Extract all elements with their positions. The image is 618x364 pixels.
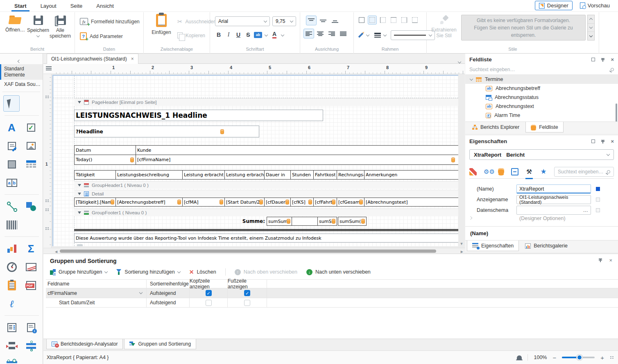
tool-cross-band-box[interactable]	[2, 355, 21, 364]
underline-button[interactable]: U	[234, 30, 243, 39]
document-tab-close-icon[interactable]: ×	[131, 56, 134, 62]
band-resize-grip[interactable]	[45, 208, 49, 211]
kunde-header-cell[interactable]: Kunde	[136, 145, 458, 155]
ribbon-tab-layout[interactable]: Layout	[34, 0, 63, 11]
detail-cell[interactable]: [cfKS]	[290, 198, 314, 207]
gallery-down-button[interactable]	[588, 24, 594, 32]
border-right-button[interactable]	[400, 16, 409, 25]
font-family-select[interactable]: Arial	[215, 16, 270, 26]
column-header-sortierreihenfolge[interactable]: Sortierreihenfolge	[146, 280, 189, 288]
maximize-icon[interactable]	[591, 58, 595, 61]
detail-cell[interactable]: [cfDauerAl	[264, 198, 291, 207]
field-item[interactable]: abAbrechnungsbetreff	[465, 84, 618, 93]
design-category-icon[interactable]: ⚒	[525, 168, 533, 175]
detail-cell[interactable]: [Tätigkeit].[Name]	[74, 198, 116, 207]
tab-feldliste[interactable]: Feldliste	[525, 122, 564, 133]
border-bottom-button[interactable]	[410, 16, 419, 25]
tool-character-comb[interactable]: ab	[2, 173, 21, 192]
tool-table[interactable]	[21, 155, 41, 173]
band-groupheader[interactable]: GroupHeader1 ( Niveau 0 )	[74, 181, 458, 189]
ellipsis-button[interactable]: …	[583, 207, 589, 213]
sort-order-value[interactable]: Aufsteigend	[146, 288, 189, 298]
toolbox-group-standard[interactable]: Standard Elemente	[0, 64, 43, 80]
object-selector[interactable]: XtraReport Bericht	[469, 149, 614, 160]
close-icon[interactable]: ×	[611, 139, 614, 143]
ribbon-tab-seite[interactable]: Seite	[63, 0, 90, 11]
border-color-chevron[interactable]	[366, 33, 369, 36]
highlight-button[interactable]: ab	[254, 30, 263, 39]
border-all-button[interactable]	[357, 16, 366, 25]
italic-button[interactable]: I	[224, 30, 233, 39]
canvas-scroll-down-button[interactable]: ▼	[459, 241, 464, 246]
zoom-slider-knob[interactable]	[577, 355, 582, 360]
font-size-select[interactable]: 9,75	[272, 16, 296, 26]
detail-cell[interactable]: [Abrechnungsbetreff]	[115, 198, 183, 207]
tab-berichts-explorer[interactable]: Berichts Explorer	[467, 122, 525, 133]
column-header-cell[interactable]: Rechnungs-	[337, 170, 364, 180]
ruler-options-icon[interactable]	[46, 66, 52, 71]
zoom-slider[interactable]	[562, 357, 595, 358]
band-resize-grip[interactable]	[45, 227, 49, 230]
column-header-kopfzeile[interactable]: Kopfzeile anzeigen	[189, 280, 227, 288]
tool-page-info[interactable]	[21, 318, 41, 337]
tool-line[interactable]	[2, 197, 21, 216]
highlight-chevron[interactable]	[265, 33, 268, 36]
extract-style-button[interactable]: Extrahieren Sie Stil	[428, 16, 460, 38]
border-none-button[interactable]	[368, 16, 377, 25]
column-header-cell[interactable]: Anmerkungen	[364, 170, 458, 180]
summe-label-cell[interactable]: Summe:	[188, 217, 267, 226]
band-pageheader[interactable]: PageHeader [Einmal pro Seite]	[74, 98, 458, 106]
band-collapse-icon[interactable]	[78, 101, 81, 103]
layout-category-icon[interactable]	[511, 168, 518, 175]
close-icon[interactable]: ×	[609, 258, 612, 262]
tool-page-break[interactable]	[2, 337, 21, 355]
tool-pointer[interactable]	[3, 95, 20, 112]
vertical-ruler[interactable]: 1	[43, 74, 52, 248]
horizontal-scrollbar[interactable]: ◀ ▶	[43, 248, 465, 254]
paste-button[interactable]: Einfügen	[147, 14, 176, 35]
tool-toc[interactable]	[2, 318, 21, 337]
ribbon-tab-start[interactable]: Start	[7, 0, 34, 11]
save-all-button[interactable]: Alle speichern	[46, 16, 75, 39]
sum-empty-cell[interactable]	[292, 217, 318, 226]
designer-view-button[interactable]: Designer	[535, 1, 573, 10]
report-page[interactable]: PageHeader [Einmal pro Seite] LEISTUNGSN…	[52, 75, 458, 246]
property-row-name[interactable]: (Name) XtraReport	[465, 184, 618, 194]
properties-search-input[interactable]: Suchtext eingeben…	[554, 167, 614, 177]
valign-middle-button[interactable]	[318, 16, 328, 25]
field-item[interactable]: Alarm Time	[465, 111, 618, 120]
field-dropdown-chevron[interactable]	[139, 291, 143, 294]
column-header-cell[interactable]: Leistungsbeschreibung	[115, 170, 183, 180]
add-formula-field-button[interactable]: fx Formelfeld hinzufügen	[80, 18, 140, 25]
band-groupfooter[interactable]: GroupFooter1 ( Niveau 0 )	[74, 209, 458, 216]
column-header-feldname[interactable]: Feldname	[46, 281, 146, 287]
add-group-button[interactable]: Gruppe hinzufügen	[50, 269, 107, 275]
tab-eigenschaften[interactable]: Eigenschaften	[467, 240, 519, 251]
tab-gruppen-und-sortierung[interactable]: Gruppen und Sortierung	[124, 339, 196, 349]
column-header-cell[interactable]: Dauer in	[264, 170, 291, 180]
sum-cell[interactable]: sumSu	[317, 217, 337, 226]
zoom-in-button[interactable]: +	[600, 355, 604, 361]
show-header-checkbox[interactable]: ✓	[206, 290, 212, 296]
band-collapse-icon[interactable]	[78, 184, 81, 186]
band-detail[interactable]: Detail	[74, 190, 458, 198]
move-up-button[interactable]: ↑ Nach oben verschieben	[235, 269, 297, 275]
property-row-anzeigename[interactable]: Anzeigename OI1-Leistungsnachweis (Stand…	[465, 194, 618, 205]
field-tree-node-termine[interactable]: Termine	[465, 75, 618, 84]
tool-barcode[interactable]	[2, 216, 21, 234]
tool-checkbox[interactable]: ✓	[21, 118, 41, 137]
design-canvas[interactable]: 1 PageHeader [Einmal pro Seite] LEISTUNG…	[43, 74, 465, 248]
subheadline-control[interactable]: ?Headline	[74, 126, 259, 137]
field-item[interactable]: Abrechnungsstatus	[465, 93, 618, 102]
tool-picture[interactable]	[21, 137, 41, 155]
tool-richtext[interactable]	[2, 137, 21, 155]
feldliste-search-input[interactable]: Suchtext eingeben…	[465, 65, 618, 75]
font-color-button[interactable]: A	[270, 30, 279, 39]
pin-icon[interactable]	[601, 58, 605, 62]
property-name-input[interactable]: XtraReport	[516, 184, 591, 193]
field-item[interactable]: abAbrechnungstext	[465, 102, 618, 111]
valign-bottom-button[interactable]	[330, 16, 340, 25]
scroll-left-icon[interactable]: ◀	[55, 250, 57, 254]
column-header-cell[interactable]: Tätigkeit	[74, 170, 116, 180]
sort-order-value[interactable]: Aufsteigend	[146, 298, 189, 307]
